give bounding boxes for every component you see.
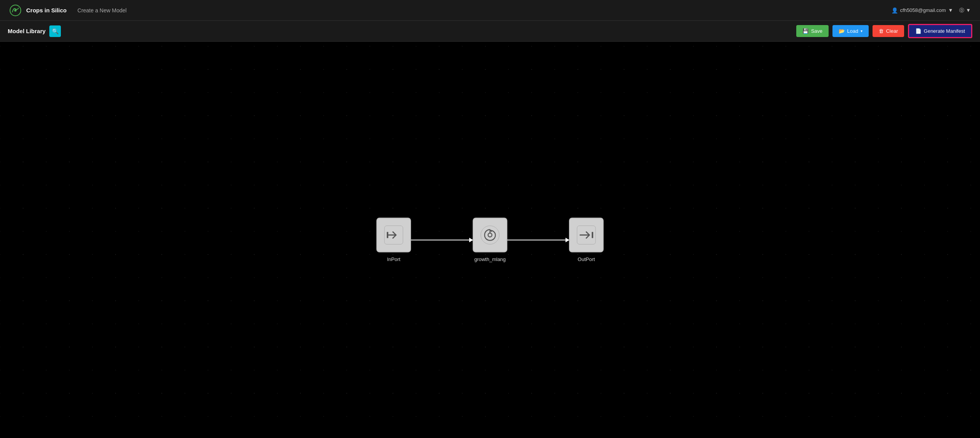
inport-node-box[interactable] (376, 218, 411, 253)
growth-mlang-node[interactable]: growth_mlang (473, 218, 507, 262)
app-subtitle: Create a New Model (77, 7, 127, 13)
svg-rect-3 (387, 232, 388, 238)
outport-node-box[interactable] (569, 218, 604, 253)
clear-label: Clear (886, 28, 898, 34)
outport-node[interactable]: OutPort (569, 218, 604, 262)
flow-container: InPort growth_mlang (376, 218, 604, 262)
navbar-right: 👤 cfh5058@gmail.com ▼ ⓪ ▼ (891, 7, 971, 14)
load-icon: 📂 (839, 28, 845, 34)
svg-rect-7 (592, 232, 593, 238)
connector-2 (507, 239, 569, 240)
svg-point-4 (481, 226, 499, 244)
save-label: Save (811, 28, 822, 34)
connector-line-2 (507, 239, 569, 240)
model-library-bar: Model Library 🔍 💾 Save 📂 Load ▾ 🗑 Clear … (0, 21, 980, 42)
help-icon: ⓪ (959, 7, 964, 14)
load-button[interactable]: 📂 Load ▾ (832, 25, 869, 37)
model-library-title: Model Library (8, 28, 45, 34)
load-chevron: ▾ (861, 29, 863, 33)
save-icon: 💾 (802, 28, 809, 34)
app-logo (9, 4, 22, 17)
connector-1 (411, 239, 473, 240)
help-chevron: ▼ (966, 7, 971, 13)
growth-mlang-label: growth_mlang (474, 256, 506, 262)
load-label: Load (847, 28, 858, 34)
user-chevron: ▼ (948, 7, 953, 13)
model-library-search-button[interactable]: 🔍 (49, 25, 61, 37)
navbar: Crops in Silico Create a New Model 👤 cfh… (0, 0, 980, 21)
manifest-icon: 📄 (915, 28, 921, 34)
app-title: Crops in Silico (26, 7, 67, 13)
outport-label: OutPort (578, 256, 595, 262)
connector-line-1 (411, 239, 473, 240)
user-info[interactable]: 👤 cfh5058@gmail.com ▼ (891, 7, 953, 13)
user-email: cfh5058@gmail.com (900, 7, 946, 13)
user-icon: 👤 (891, 7, 898, 13)
manifest-label: Generate Manifest (924, 28, 965, 34)
load-wrapper: 📂 Load ▾ (832, 25, 869, 37)
canvas: InPort growth_mlang (0, 42, 980, 438)
inport-node[interactable]: InPort (376, 218, 411, 262)
clear-icon: 🗑 (879, 28, 884, 34)
inport-label: InPort (387, 256, 401, 262)
growth-mlang-node-box[interactable] (473, 218, 507, 253)
help-button[interactable]: ⓪ ▼ (959, 7, 971, 14)
svg-point-1 (14, 9, 17, 12)
search-icon: 🔍 (52, 28, 59, 34)
generate-manifest-button[interactable]: 📄 Generate Manifest (908, 24, 972, 38)
clear-button[interactable]: 🗑 Clear (873, 25, 904, 37)
save-button[interactable]: 💾 Save (796, 25, 829, 37)
model-library-left: Model Library 🔍 (8, 25, 61, 37)
toolbar-right: 💾 Save 📂 Load ▾ 🗑 Clear 📄 Generate Manif… (796, 24, 972, 38)
